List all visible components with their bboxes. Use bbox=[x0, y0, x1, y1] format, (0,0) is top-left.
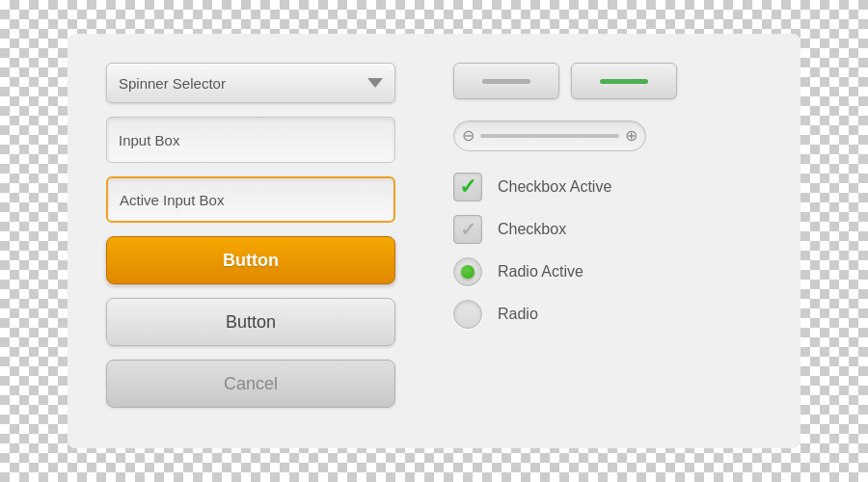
zoom-track bbox=[480, 134, 619, 138]
cancel-button[interactable]: Cancel bbox=[106, 360, 395, 408]
spinner-label: Spinner Selector bbox=[119, 75, 358, 92]
radio-label: Radio bbox=[498, 306, 538, 323]
cancel-button-label: Cancel bbox=[224, 374, 278, 394]
gray-button[interactable]: Button bbox=[106, 298, 395, 346]
zoom-in-icon: ⊕ bbox=[625, 128, 637, 144]
left-column: Spinner Selector Input Box Active Input … bbox=[106, 63, 434, 408]
spinner-selector[interactable]: Spinner Selector bbox=[106, 63, 395, 103]
checkbox-active[interactable]: ✓ bbox=[453, 173, 482, 201]
checkbox-label: Checkbox bbox=[498, 221, 566, 238]
input-box[interactable]: Input Box bbox=[106, 117, 395, 163]
top-buttons-row bbox=[453, 63, 762, 99]
plus-button[interactable] bbox=[571, 63, 677, 99]
checkbox-active-label: Checkbox Active bbox=[498, 178, 611, 196]
checkmark-active-icon: ✓ bbox=[459, 176, 476, 198]
zoom-slider[interactable]: ⊖ ⊕ bbox=[453, 120, 646, 151]
checkbox-active-row: ✓ Checkbox Active bbox=[453, 173, 762, 201]
radio-active[interactable] bbox=[453, 257, 482, 286]
active-input-box-text: Active Input Box bbox=[120, 192, 224, 208]
radio-inactive-indicator bbox=[461, 308, 475, 321]
checkmark-inactive-icon: ✓ bbox=[460, 220, 476, 239]
radio-active-row: Radio Active bbox=[453, 257, 762, 286]
orange-button-label: Button bbox=[223, 251, 279, 271]
spinner-arrow-icon bbox=[367, 78, 383, 88]
input-box-text: Input Box bbox=[119, 132, 179, 148]
zoom-out-icon: ⊖ bbox=[462, 128, 475, 144]
minus-button[interactable] bbox=[453, 63, 559, 99]
orange-button[interactable]: Button bbox=[106, 236, 395, 284]
radio-row: Radio bbox=[453, 300, 762, 329]
active-input-box[interactable]: Active Input Box bbox=[106, 176, 395, 223]
gray-button-label: Button bbox=[226, 312, 276, 333]
checkbox-row: ✓ Checkbox bbox=[453, 215, 762, 244]
checkbox[interactable]: ✓ bbox=[453, 215, 482, 244]
radio-active-label: Radio Active bbox=[498, 263, 583, 281]
ui-panel: Spinner Selector Input Box Active Input … bbox=[68, 34, 800, 448]
plus-button-indicator bbox=[600, 79, 648, 84]
minus-button-indicator bbox=[482, 79, 530, 84]
radio-active-indicator bbox=[461, 265, 475, 279]
controls-section: ✓ Checkbox Active ✓ Checkbox Radio Activ… bbox=[453, 173, 762, 329]
right-column: ⊖ ⊕ ✓ Checkbox Active ✓ Checkbox bbox=[434, 63, 762, 329]
radio[interactable] bbox=[453, 300, 482, 329]
